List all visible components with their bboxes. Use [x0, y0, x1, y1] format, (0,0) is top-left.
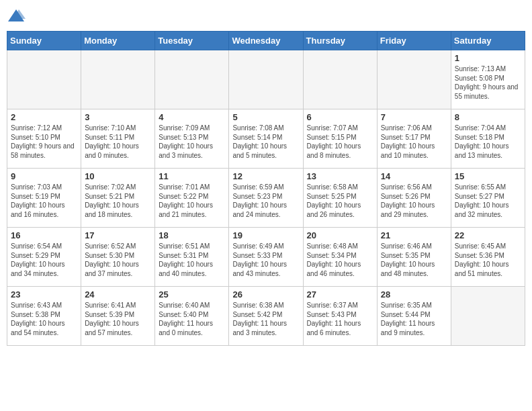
day-cell: 3Sunrise: 7:10 AM Sunset: 5:11 PM Daylig…: [81, 109, 155, 169]
day-cell: 6Sunrise: 7:07 AM Sunset: 5:15 PM Daylig…: [303, 109, 377, 169]
day-cell: 28Sunrise: 6:35 AM Sunset: 5:44 PM Dayli…: [377, 287, 451, 346]
weekday-header-friday: Friday: [377, 32, 451, 50]
day-cell: 14Sunrise: 6:56 AM Sunset: 5:26 PM Dayli…: [377, 169, 451, 228]
day-number: 17: [85, 230, 151, 240]
day-info: Sunrise: 6:48 AM Sunset: 5:34 PM Dayligh…: [307, 242, 373, 278]
day-cell: 7Sunrise: 7:06 AM Sunset: 5:17 PM Daylig…: [377, 109, 451, 169]
day-number: 1: [455, 53, 521, 63]
header: [7, 7, 525, 26]
weekday-header-row: SundayMondayTuesdayWednesdayThursdayFrid…: [7, 32, 525, 50]
week-row-4: 16Sunrise: 6:54 AM Sunset: 5:29 PM Dayli…: [7, 228, 525, 287]
day-number: 28: [381, 289, 447, 300]
day-info: Sunrise: 6:38 AM Sunset: 5:42 PM Dayligh…: [232, 301, 299, 337]
day-info: Sunrise: 6:59 AM Sunset: 5:23 PM Dayligh…: [232, 183, 299, 219]
day-number: 22: [455, 230, 521, 240]
day-info: Sunrise: 7:08 AM Sunset: 5:14 PM Dayligh…: [232, 124, 299, 160]
day-number: 5: [232, 112, 299, 122]
week-row-1: 1Sunrise: 7:13 AM Sunset: 5:08 PM Daylig…: [7, 50, 525, 109]
day-info: Sunrise: 7:09 AM Sunset: 5:13 PM Dayligh…: [159, 124, 225, 160]
day-cell: [155, 50, 229, 109]
day-number: 9: [11, 171, 77, 181]
day-number: 21: [381, 230, 447, 240]
weekday-header-monday: Monday: [81, 32, 155, 50]
day-cell: 5Sunrise: 7:08 AM Sunset: 5:14 PM Daylig…: [229, 109, 303, 169]
day-info: Sunrise: 7:13 AM Sunset: 5:08 PM Dayligh…: [455, 64, 521, 101]
weekday-header-sunday: Sunday: [7, 32, 81, 50]
day-number: 10: [85, 171, 151, 181]
day-number: 14: [381, 171, 447, 181]
day-info: Sunrise: 6:40 AM Sunset: 5:40 PM Dayligh…: [159, 301, 225, 337]
calendar: SundayMondayTuesdayWednesdayThursdayFrid…: [7, 31, 525, 346]
day-cell: [303, 50, 377, 109]
day-number: 11: [159, 171, 225, 181]
logo: [7, 7, 28, 26]
weekday-header-saturday: Saturday: [451, 32, 525, 50]
day-cell: 2Sunrise: 7:12 AM Sunset: 5:10 PM Daylig…: [7, 109, 81, 169]
week-row-2: 2Sunrise: 7:12 AM Sunset: 5:10 PM Daylig…: [7, 109, 525, 169]
day-number: 15: [455, 171, 521, 181]
day-number: 27: [307, 289, 373, 300]
day-cell: 11Sunrise: 7:01 AM Sunset: 5:22 PM Dayli…: [155, 169, 229, 228]
day-cell: 18Sunrise: 6:51 AM Sunset: 5:31 PM Dayli…: [155, 228, 229, 287]
day-info: Sunrise: 6:55 AM Sunset: 5:27 PM Dayligh…: [455, 183, 521, 219]
day-number: 16: [11, 230, 77, 240]
day-number: 13: [307, 171, 373, 181]
day-number: 18: [159, 230, 225, 240]
day-info: Sunrise: 6:43 AM Sunset: 5:38 PM Dayligh…: [11, 301, 77, 337]
day-info: Sunrise: 7:07 AM Sunset: 5:15 PM Dayligh…: [307, 124, 373, 160]
day-number: 7: [381, 112, 447, 122]
day-info: Sunrise: 6:58 AM Sunset: 5:25 PM Dayligh…: [307, 183, 373, 219]
day-cell: 13Sunrise: 6:58 AM Sunset: 5:25 PM Dayli…: [303, 169, 377, 228]
weekday-header-tuesday: Tuesday: [155, 32, 229, 50]
day-info: Sunrise: 6:46 AM Sunset: 5:35 PM Dayligh…: [381, 242, 447, 278]
day-number: 4: [159, 112, 225, 122]
day-cell: 15Sunrise: 6:55 AM Sunset: 5:27 PM Dayli…: [451, 169, 525, 228]
day-cell: 19Sunrise: 6:49 AM Sunset: 5:33 PM Dayli…: [229, 228, 303, 287]
day-cell: 26Sunrise: 6:38 AM Sunset: 5:42 PM Dayli…: [229, 287, 303, 346]
day-cell: [229, 50, 303, 109]
day-cell: 8Sunrise: 7:04 AM Sunset: 5:18 PM Daylig…: [451, 109, 525, 169]
day-info: Sunrise: 7:01 AM Sunset: 5:22 PM Dayligh…: [159, 183, 225, 219]
day-info: Sunrise: 7:06 AM Sunset: 5:17 PM Dayligh…: [381, 124, 447, 160]
day-info: Sunrise: 7:03 AM Sunset: 5:19 PM Dayligh…: [11, 183, 77, 219]
day-number: 24: [85, 289, 151, 300]
day-info: Sunrise: 6:41 AM Sunset: 5:39 PM Dayligh…: [85, 301, 151, 337]
day-cell: [7, 50, 81, 109]
day-info: Sunrise: 7:12 AM Sunset: 5:10 PM Dayligh…: [11, 124, 77, 160]
day-cell: 10Sunrise: 7:02 AM Sunset: 5:21 PM Dayli…: [81, 169, 155, 228]
day-info: Sunrise: 6:37 AM Sunset: 5:43 PM Dayligh…: [307, 301, 373, 337]
day-number: 12: [232, 171, 299, 181]
day-number: 26: [232, 289, 299, 300]
day-cell: 23Sunrise: 6:43 AM Sunset: 5:38 PM Dayli…: [7, 287, 81, 346]
weekday-header-thursday: Thursday: [303, 32, 377, 50]
day-cell: [81, 50, 155, 109]
day-cell: 21Sunrise: 6:46 AM Sunset: 5:35 PM Dayli…: [377, 228, 451, 287]
weekday-header-wednesday: Wednesday: [229, 32, 303, 50]
day-cell: 4Sunrise: 7:09 AM Sunset: 5:13 PM Daylig…: [155, 109, 229, 169]
day-info: Sunrise: 6:54 AM Sunset: 5:29 PM Dayligh…: [11, 242, 77, 278]
day-info: Sunrise: 6:45 AM Sunset: 5:36 PM Dayligh…: [455, 242, 521, 278]
day-cell: [377, 50, 451, 109]
day-cell: 27Sunrise: 6:37 AM Sunset: 5:43 PM Dayli…: [303, 287, 377, 346]
week-row-3: 9Sunrise: 7:03 AM Sunset: 5:19 PM Daylig…: [7, 169, 525, 228]
week-row-5: 23Sunrise: 6:43 AM Sunset: 5:38 PM Dayli…: [7, 287, 525, 346]
day-cell: 20Sunrise: 6:48 AM Sunset: 5:34 PM Dayli…: [303, 228, 377, 287]
day-info: Sunrise: 6:51 AM Sunset: 5:31 PM Dayligh…: [159, 242, 225, 278]
day-cell: 25Sunrise: 6:40 AM Sunset: 5:40 PM Dayli…: [155, 287, 229, 346]
day-number: 8: [455, 112, 521, 122]
day-info: Sunrise: 7:04 AM Sunset: 5:18 PM Dayligh…: [455, 124, 521, 160]
day-cell: 24Sunrise: 6:41 AM Sunset: 5:39 PM Dayli…: [81, 287, 155, 346]
day-info: Sunrise: 6:35 AM Sunset: 5:44 PM Dayligh…: [381, 301, 447, 337]
day-number: 20: [307, 230, 373, 240]
day-info: Sunrise: 7:02 AM Sunset: 5:21 PM Dayligh…: [85, 183, 151, 219]
day-number: 6: [307, 112, 373, 122]
day-number: 2: [11, 112, 77, 122]
day-cell: 16Sunrise: 6:54 AM Sunset: 5:29 PM Dayli…: [7, 228, 81, 287]
day-cell: 12Sunrise: 6:59 AM Sunset: 5:23 PM Dayli…: [229, 169, 303, 228]
day-number: 19: [232, 230, 299, 240]
day-cell: 22Sunrise: 6:45 AM Sunset: 5:36 PM Dayli…: [451, 228, 525, 287]
day-number: 3: [85, 112, 151, 122]
day-info: Sunrise: 7:10 AM Sunset: 5:11 PM Dayligh…: [85, 124, 151, 160]
day-info: Sunrise: 6:52 AM Sunset: 5:30 PM Dayligh…: [85, 242, 151, 278]
day-info: Sunrise: 6:56 AM Sunset: 5:26 PM Dayligh…: [381, 183, 447, 219]
